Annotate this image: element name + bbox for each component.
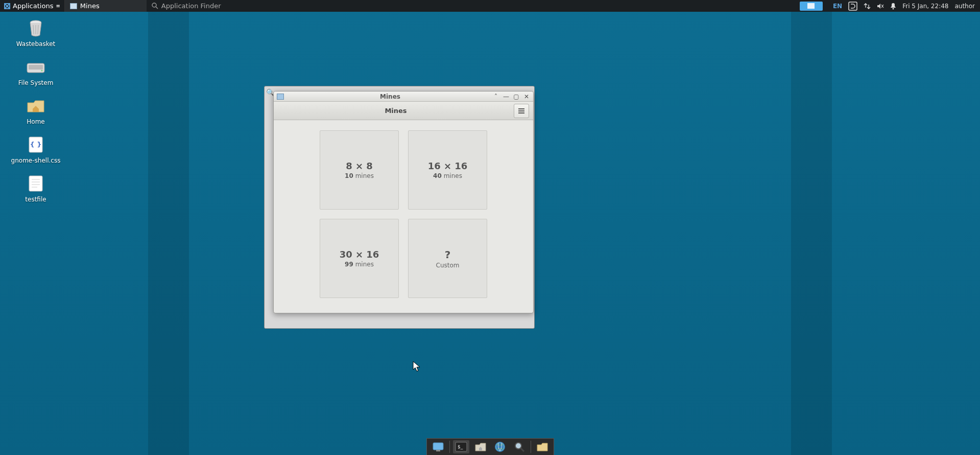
search-icon <box>152 3 158 9</box>
text-file-icon <box>26 173 46 194</box>
wallpaper-shade <box>791 12 832 455</box>
wallpaper-shade <box>148 12 189 455</box>
svg-rect-25 <box>433 443 443 450</box>
tile-custom-symbol: ? <box>445 248 451 261</box>
keyboard-layout[interactable]: EN <box>833 3 842 10</box>
menu-button[interactable] <box>514 104 529 118</box>
window-icon <box>277 94 284 100</box>
css-file-icon: { } <box>26 134 46 155</box>
task-label: Mines <box>80 2 100 10</box>
svg-rect-5 <box>807 3 815 9</box>
difficulty-grid: 8 × 8 10 mines 16 × 16 40 mines 30 × 16 … <box>274 120 533 308</box>
svg-line-4 <box>156 7 158 9</box>
mines-window: Mines ˄ — ▢ ✕ Mines 8 × 8 10 mines 16 × … <box>273 91 534 313</box>
desktop-icon-label: testfile <box>25 196 46 203</box>
svg-text:$_: $_ <box>458 444 463 449</box>
header-title: Mines <box>278 107 514 115</box>
dock-search[interactable] <box>511 440 528 453</box>
system-tray: EN Fri 5 Jan, 22:48 author <box>795 0 980 12</box>
minimize-button[interactable]: — <box>503 93 510 100</box>
dock-terminal[interactable]: $_ <box>453 440 469 453</box>
desktop-icon-home[interactable]: Home <box>10 96 61 125</box>
applications-label: Applications <box>13 2 53 10</box>
tile-mines: 40 mines <box>433 172 462 179</box>
desktop-icons: Wastebasket File System Home { } gnome-s… <box>10 18 61 212</box>
svg-text:{ }: { } <box>30 141 41 148</box>
tile-custom-label: Custom <box>436 262 460 269</box>
top-panel: Applications ≡ Mines Application Finder … <box>0 0 980 12</box>
terminal-icon: $_ <box>455 442 467 452</box>
window-icon <box>70 3 77 9</box>
svg-point-30 <box>515 443 521 449</box>
svg-point-16 <box>41 70 43 72</box>
dock-separator <box>531 441 531 453</box>
desktop-icon-filesystem[interactable]: File System <box>10 57 61 86</box>
notifications-icon[interactable] <box>890 3 896 10</box>
desktop-icon-label: Home <box>27 118 44 125</box>
svg-rect-6 <box>849 2 857 10</box>
close-button[interactable]: ✕ <box>523 93 530 100</box>
drive-icon <box>26 57 46 77</box>
svg-point-9 <box>893 8 894 9</box>
tile-size: 16 × 16 <box>428 161 468 171</box>
svg-rect-15 <box>29 65 43 70</box>
difficulty-tile-16x16[interactable]: 16 × 16 40 mines <box>408 130 487 210</box>
dock-separator <box>449 441 450 453</box>
difficulty-tile-8x8[interactable]: 8 × 8 10 mines <box>320 130 399 210</box>
maximize-button[interactable]: ▢ <box>513 93 520 100</box>
svg-point-29 <box>495 442 505 452</box>
desktop-icon <box>432 442 444 452</box>
workspace-icon <box>807 3 815 9</box>
search-placeholder: Application Finder <box>161 2 221 10</box>
application-finder[interactable]: Application Finder <box>147 0 233 12</box>
desktop-icon-label: File System <box>18 79 54 86</box>
volume-icon[interactable] <box>877 3 884 9</box>
username-label: author <box>954 3 975 10</box>
network-icon[interactable] <box>864 3 871 10</box>
menu-indicator: ≡ <box>56 3 60 9</box>
dock-show-desktop[interactable] <box>430 440 446 453</box>
dock-file-manager[interactable] <box>472 440 489 453</box>
difficulty-tile-30x16[interactable]: 30 × 16 99 mines <box>320 219 399 298</box>
clock[interactable]: Fri 5 Jan, 22:48 <box>902 3 948 10</box>
svg-point-3 <box>152 3 156 7</box>
workspace-switcher[interactable] <box>800 2 823 11</box>
bottom-dock: $_ <box>426 438 554 455</box>
hamburger-icon <box>518 108 524 113</box>
folder-icon <box>474 442 487 452</box>
folder-home-icon <box>26 96 46 116</box>
taskbar-item-mines[interactable]: Mines <box>65 0 147 12</box>
svg-line-31 <box>521 448 524 451</box>
window-title: Mines <box>288 93 492 100</box>
clock-label: Fri 5 Jan, 22:48 <box>902 3 948 10</box>
shade-button[interactable]: ˄ <box>492 93 499 100</box>
dock-web-browser[interactable] <box>492 440 508 453</box>
desktop-icon-label: gnome-shell.css <box>11 157 61 164</box>
tile-size: 8 × 8 <box>346 161 373 171</box>
xfce-icon <box>4 3 10 9</box>
mouse-cursor <box>413 361 421 372</box>
tile-mines: 99 mines <box>345 261 374 268</box>
dock-files[interactable] <box>534 440 551 453</box>
desktop-icon-wastebasket[interactable]: Wastebasket <box>10 18 61 48</box>
desktop-icon-testfile[interactable]: testfile <box>10 173 61 203</box>
difficulty-tile-custom[interactable]: ? Custom <box>408 219 487 298</box>
svg-rect-19 <box>29 176 42 191</box>
stacer-icon[interactable] <box>848 2 857 11</box>
username[interactable]: author <box>954 3 975 10</box>
desktop-icon-css[interactable]: { } gnome-shell.css <box>10 134 61 164</box>
applications-menu[interactable]: Applications ≡ <box>0 0 65 12</box>
header-bar: Mines <box>274 102 533 120</box>
tile-mines: 10 mines <box>345 172 374 179</box>
globe-icon <box>494 441 506 452</box>
lang-label: EN <box>833 3 842 10</box>
svg-rect-26 <box>436 450 440 451</box>
tile-size: 30 × 16 <box>340 249 379 260</box>
titlebar[interactable]: Mines ˄ — ▢ ✕ <box>274 92 533 102</box>
trash-icon <box>26 18 46 38</box>
magnifier-icon <box>514 441 525 452</box>
desktop-icon-label: Wastebasket <box>16 40 56 48</box>
folder-icon <box>536 442 548 452</box>
